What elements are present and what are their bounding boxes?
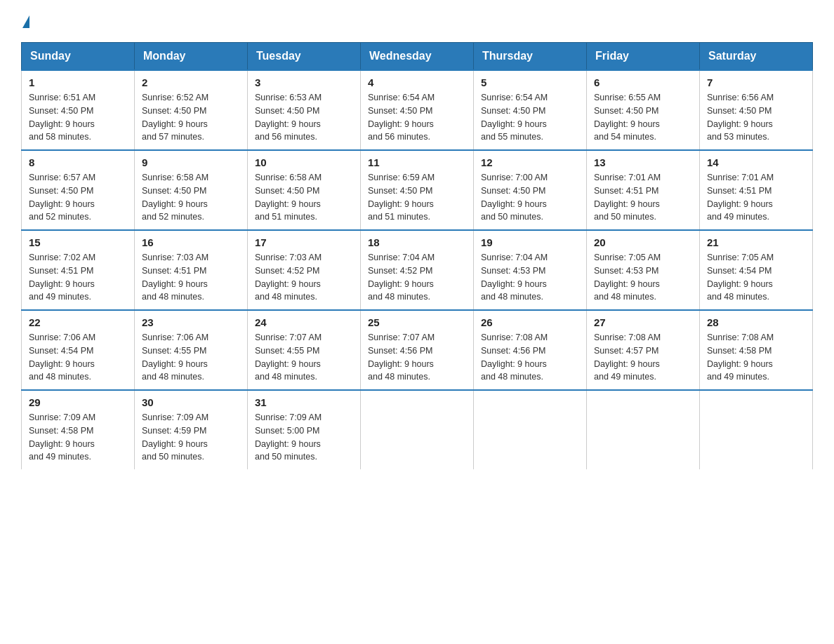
calendar-day-cell: 3 Sunrise: 6:53 AM Sunset: 4:50 PM Dayli…	[248, 70, 361, 150]
day-info: Sunrise: 6:57 AM Sunset: 4:50 PM Dayligh…	[29, 171, 127, 224]
day-info: Sunrise: 7:08 AM Sunset: 4:58 PM Dayligh…	[707, 331, 805, 384]
day-info: Sunrise: 7:07 AM Sunset: 4:55 PM Dayligh…	[255, 331, 353, 384]
calendar-day-cell: 27 Sunrise: 7:08 AM Sunset: 4:57 PM Dayl…	[587, 310, 700, 390]
day-info: Sunrise: 6:58 AM Sunset: 4:50 PM Dayligh…	[142, 171, 240, 224]
day-info: Sunrise: 7:08 AM Sunset: 4:57 PM Dayligh…	[594, 331, 692, 384]
calendar-day-cell: 14 Sunrise: 7:01 AM Sunset: 4:51 PM Dayl…	[700, 150, 813, 230]
calendar-day-cell: 26 Sunrise: 7:08 AM Sunset: 4:56 PM Dayl…	[474, 310, 587, 390]
day-number: 25	[368, 316, 466, 328]
weekday-header-thursday: Thursday	[474, 43, 587, 71]
weekday-header-row: SundayMondayTuesdayWednesdayThursdayFrid…	[22, 43, 813, 71]
day-number: 20	[594, 236, 692, 248]
day-info: Sunrise: 7:01 AM Sunset: 4:51 PM Dayligh…	[707, 171, 805, 224]
calendar-day-cell	[474, 390, 587, 469]
calendar-day-cell: 7 Sunrise: 6:56 AM Sunset: 4:50 PM Dayli…	[700, 70, 813, 150]
calendar-week-row: 29 Sunrise: 7:09 AM Sunset: 4:58 PM Dayl…	[22, 390, 813, 469]
day-number: 14	[707, 156, 805, 168]
calendar-day-cell	[700, 390, 813, 469]
calendar-day-cell: 2 Sunrise: 6:52 AM Sunset: 4:50 PM Dayli…	[135, 70, 248, 150]
day-number: 21	[707, 236, 805, 248]
day-number: 5	[481, 76, 579, 88]
weekday-header-friday: Friday	[587, 43, 700, 71]
weekday-header-wednesday: Wednesday	[361, 43, 474, 71]
day-number: 31	[255, 396, 353, 408]
day-number: 7	[707, 76, 805, 88]
day-info: Sunrise: 7:07 AM Sunset: 4:56 PM Dayligh…	[368, 331, 466, 384]
logo-triangle-icon	[22, 15, 29, 28]
weekday-header-tuesday: Tuesday	[248, 43, 361, 71]
day-info: Sunrise: 7:04 AM Sunset: 4:52 PM Dayligh…	[368, 251, 466, 304]
calendar-day-cell: 19 Sunrise: 7:04 AM Sunset: 4:53 PM Dayl…	[474, 230, 587, 310]
calendar-day-cell: 25 Sunrise: 7:07 AM Sunset: 4:56 PM Dayl…	[361, 310, 474, 390]
day-number: 27	[594, 316, 692, 328]
day-number: 13	[594, 156, 692, 168]
day-info: Sunrise: 7:03 AM Sunset: 4:51 PM Dayligh…	[142, 251, 240, 304]
calendar-day-cell: 16 Sunrise: 7:03 AM Sunset: 4:51 PM Dayl…	[135, 230, 248, 310]
day-number: 9	[142, 156, 240, 168]
calendar-day-cell: 1 Sunrise: 6:51 AM Sunset: 4:50 PM Dayli…	[22, 70, 135, 150]
day-info: Sunrise: 6:53 AM Sunset: 4:50 PM Dayligh…	[255, 91, 353, 144]
calendar-day-cell: 21 Sunrise: 7:05 AM Sunset: 4:54 PM Dayl…	[700, 230, 813, 310]
calendar-day-cell	[361, 390, 474, 469]
day-number: 2	[142, 76, 240, 88]
day-info: Sunrise: 7:06 AM Sunset: 4:54 PM Dayligh…	[29, 331, 127, 384]
day-info: Sunrise: 7:05 AM Sunset: 4:54 PM Dayligh…	[707, 251, 805, 304]
calendar-day-cell: 29 Sunrise: 7:09 AM Sunset: 4:58 PM Dayl…	[22, 390, 135, 469]
calendar-day-cell: 6 Sunrise: 6:55 AM Sunset: 4:50 PM Dayli…	[587, 70, 700, 150]
day-info: Sunrise: 6:58 AM Sunset: 4:50 PM Dayligh…	[255, 171, 353, 224]
day-info: Sunrise: 6:54 AM Sunset: 4:50 PM Dayligh…	[481, 91, 579, 144]
day-info: Sunrise: 7:00 AM Sunset: 4:50 PM Dayligh…	[481, 171, 579, 224]
day-info: Sunrise: 6:52 AM Sunset: 4:50 PM Dayligh…	[142, 91, 240, 144]
day-info: Sunrise: 6:51 AM Sunset: 4:50 PM Dayligh…	[29, 91, 127, 144]
day-number: 18	[368, 236, 466, 248]
day-info: Sunrise: 6:59 AM Sunset: 4:50 PM Dayligh…	[368, 171, 466, 224]
day-info: Sunrise: 6:56 AM Sunset: 4:50 PM Dayligh…	[707, 91, 805, 144]
day-number: 15	[29, 236, 127, 248]
day-number: 12	[481, 156, 579, 168]
day-number: 23	[142, 316, 240, 328]
calendar-week-row: 8 Sunrise: 6:57 AM Sunset: 4:50 PM Dayli…	[22, 150, 813, 230]
calendar-day-cell: 8 Sunrise: 6:57 AM Sunset: 4:50 PM Dayli…	[22, 150, 135, 230]
calendar-day-cell: 17 Sunrise: 7:03 AM Sunset: 4:52 PM Dayl…	[248, 230, 361, 310]
calendar-day-cell: 12 Sunrise: 7:00 AM Sunset: 4:50 PM Dayl…	[474, 150, 587, 230]
calendar-week-row: 15 Sunrise: 7:02 AM Sunset: 4:51 PM Dayl…	[22, 230, 813, 310]
day-number: 4	[368, 76, 466, 88]
day-info: Sunrise: 7:09 AM Sunset: 4:58 PM Dayligh…	[29, 411, 127, 464]
calendar-day-cell: 22 Sunrise: 7:06 AM Sunset: 4:54 PM Dayl…	[22, 310, 135, 390]
day-info: Sunrise: 7:03 AM Sunset: 4:52 PM Dayligh…	[255, 251, 353, 304]
day-info: Sunrise: 7:08 AM Sunset: 4:56 PM Dayligh…	[481, 331, 579, 384]
calendar-table: SundayMondayTuesdayWednesdayThursdayFrid…	[21, 42, 813, 469]
calendar-day-cell: 9 Sunrise: 6:58 AM Sunset: 4:50 PM Dayli…	[135, 150, 248, 230]
weekday-header-monday: Monday	[135, 43, 248, 71]
day-number: 24	[255, 316, 353, 328]
calendar-day-cell: 31 Sunrise: 7:09 AM Sunset: 5:00 PM Dayl…	[248, 390, 361, 469]
day-number: 26	[481, 316, 579, 328]
day-number: 19	[481, 236, 579, 248]
day-info: Sunrise: 7:09 AM Sunset: 5:00 PM Dayligh…	[255, 411, 353, 464]
day-number: 30	[142, 396, 240, 408]
day-number: 3	[255, 76, 353, 88]
calendar-day-cell: 30 Sunrise: 7:09 AM Sunset: 4:59 PM Dayl…	[135, 390, 248, 469]
day-number: 6	[594, 76, 692, 88]
day-info: Sunrise: 7:01 AM Sunset: 4:51 PM Dayligh…	[594, 171, 692, 224]
day-info: Sunrise: 7:04 AM Sunset: 4:53 PM Dayligh…	[481, 251, 579, 304]
day-number: 11	[368, 156, 466, 168]
weekday-header-sunday: Sunday	[22, 43, 135, 71]
day-number: 22	[29, 316, 127, 328]
day-number: 8	[29, 156, 127, 168]
day-number: 1	[29, 76, 127, 88]
day-info: Sunrise: 7:09 AM Sunset: 4:59 PM Dayligh…	[142, 411, 240, 464]
calendar-week-row: 1 Sunrise: 6:51 AM Sunset: 4:50 PM Dayli…	[22, 70, 813, 150]
day-info: Sunrise: 7:05 AM Sunset: 4:53 PM Dayligh…	[594, 251, 692, 304]
calendar-day-cell: 4 Sunrise: 6:54 AM Sunset: 4:50 PM Dayli…	[361, 70, 474, 150]
page-header	[21, 14, 813, 28]
calendar-day-cell: 23 Sunrise: 7:06 AM Sunset: 4:55 PM Dayl…	[135, 310, 248, 390]
calendar-body: 1 Sunrise: 6:51 AM Sunset: 4:50 PM Dayli…	[22, 70, 813, 469]
calendar-day-cell: 11 Sunrise: 6:59 AM Sunset: 4:50 PM Dayl…	[361, 150, 474, 230]
calendar-day-cell: 13 Sunrise: 7:01 AM Sunset: 4:51 PM Dayl…	[587, 150, 700, 230]
day-number: 29	[29, 396, 127, 408]
calendar-day-cell: 28 Sunrise: 7:08 AM Sunset: 4:58 PM Dayl…	[700, 310, 813, 390]
calendar-day-cell: 10 Sunrise: 6:58 AM Sunset: 4:50 PM Dayl…	[248, 150, 361, 230]
calendar-day-cell: 5 Sunrise: 6:54 AM Sunset: 4:50 PM Dayli…	[474, 70, 587, 150]
day-number: 10	[255, 156, 353, 168]
